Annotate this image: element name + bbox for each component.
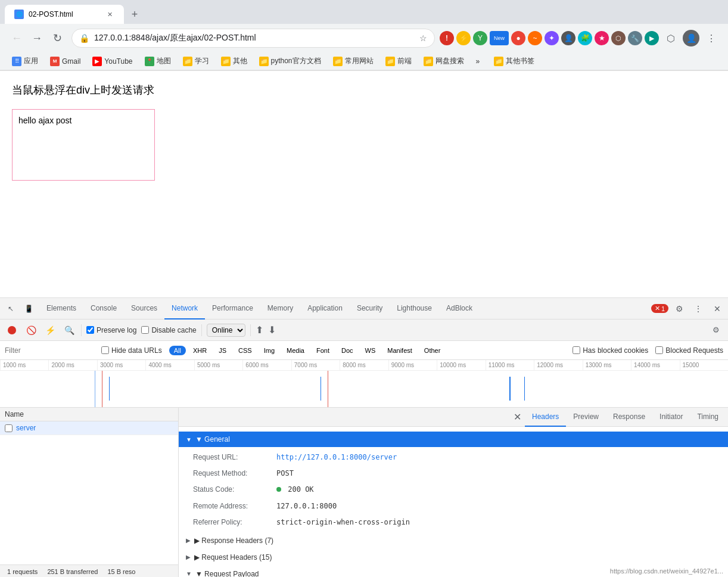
- preserve-log-label[interactable]: Preserve log: [86, 326, 136, 334]
- details-tab-preview[interactable]: Preview: [566, 408, 606, 427]
- filter-tag-ws[interactable]: WS: [360, 346, 381, 355]
- address-field[interactable]: 🔒 127.0.0.1:8848/ajax/原生ajax/02-POST.htm…: [71, 29, 435, 48]
- disable-cache-checkbox[interactable]: [141, 326, 149, 334]
- filter-button[interactable]: ⚡: [43, 323, 57, 337]
- devtools-more-button[interactable]: ⋮: [690, 300, 707, 317]
- search-button[interactable]: 🔍: [62, 323, 76, 337]
- ext-icon-10[interactable]: ⬡: [611, 31, 626, 45]
- request-method-row: Request Method: POST: [179, 466, 728, 482]
- bookmark-common[interactable]: 📁 常用网站: [328, 55, 378, 67]
- forward-button[interactable]: →: [27, 29, 46, 48]
- request-headers-header[interactable]: ▶ ▶ Request Headers (15): [179, 550, 728, 565]
- tab-security[interactable]: Security: [350, 298, 390, 319]
- filter-tag-css[interactable]: CSS: [234, 346, 257, 355]
- ext-icon-9[interactable]: ★: [595, 31, 609, 45]
- filter-tag-font[interactable]: Font: [312, 346, 334, 355]
- details-close-button[interactable]: ✕: [511, 410, 525, 424]
- network-settings-icon[interactable]: ⚙: [709, 323, 723, 337]
- back-button[interactable]: ←: [7, 29, 26, 48]
- devtools-select-tool[interactable]: ↖: [2, 300, 19, 317]
- details-tab-initiator[interactable]: Initiator: [652, 408, 690, 427]
- remote-address-row: Remote Address: 127.0.0.1:8000: [179, 498, 728, 514]
- content-box: hello ajax post: [12, 109, 155, 181]
- filter-tag-media[interactable]: Media: [282, 346, 309, 355]
- star-icon[interactable]: ☆: [419, 33, 427, 43]
- filter-tag-xhr[interactable]: XHR: [188, 346, 211, 355]
- menu-button[interactable]: ⋮: [702, 29, 721, 48]
- download-icon[interactable]: ⬇: [268, 324, 276, 336]
- details-tab-headers[interactable]: Headers: [525, 408, 566, 427]
- ext-icon-3[interactable]: Y: [473, 31, 487, 45]
- filter-input[interactable]: [5, 346, 94, 355]
- bookmark-gmail[interactable]: M Gmail: [45, 55, 85, 67]
- response-headers-header[interactable]: ▶ ▶ Response Headers (7): [179, 533, 728, 548]
- new-tab-button[interactable]: +: [126, 6, 143, 23]
- bookmark-other[interactable]: 📁 其他: [216, 55, 252, 67]
- ext-icon-8[interactable]: 🧩: [578, 31, 592, 45]
- ext-icon-6[interactable]: ✦: [545, 31, 559, 45]
- bookmarks-more-button[interactable]: »: [471, 56, 485, 67]
- ext-icon-11[interactable]: 🔧: [628, 31, 642, 45]
- preserve-log-checkbox[interactable]: [86, 326, 94, 334]
- ext-icon-2[interactable]: ⚡: [456, 31, 471, 45]
- has-blocked-cookies-label[interactable]: Has blocked cookies: [573, 346, 648, 355]
- requests-header: Name: [0, 408, 178, 421]
- bookmark-python[interactable]: 📁 python官方文档: [254, 55, 326, 67]
- details-tab-timing[interactable]: Timing: [690, 408, 726, 427]
- bookmark-frontend[interactable]: 📁 前端: [381, 55, 416, 67]
- upload-icon[interactable]: ⬆: [256, 324, 263, 336]
- reload-button[interactable]: ↻: [48, 29, 67, 48]
- status-dot-icon: [276, 487, 281, 492]
- bookmark-maps[interactable]: 📍 地图: [140, 55, 176, 67]
- tab-lighthouse[interactable]: Lighthouse: [390, 298, 439, 319]
- record-button[interactable]: [5, 323, 19, 337]
- tab-close-button[interactable]: ✕: [105, 10, 114, 19]
- tab-console[interactable]: Console: [83, 298, 124, 319]
- tab-application[interactable]: Application: [300, 298, 350, 319]
- ext-icon-7[interactable]: 👤: [561, 31, 575, 45]
- hide-data-urls-checkbox[interactable]: [101, 346, 109, 354]
- general-section-header[interactable]: ▼ ▼ General: [179, 432, 728, 447]
- active-tab[interactable]: 🌐 02-POST.html ✕: [5, 5, 124, 24]
- blocked-requests-checkbox[interactable]: [655, 346, 663, 354]
- tab-elements[interactable]: Elements: [39, 298, 83, 319]
- tab-sources[interactable]: Sources: [124, 298, 164, 319]
- content-text: hello ajax post: [18, 116, 148, 125]
- apps-icon: ⠿: [12, 57, 21, 66]
- toolbar-divider-1: [81, 324, 82, 336]
- ext-icon-12[interactable]: ▶: [645, 31, 659, 45]
- filter-tag-other[interactable]: Other: [419, 346, 446, 355]
- ext-icon-5[interactable]: ~: [528, 31, 542, 45]
- new-badge[interactable]: New: [490, 31, 509, 45]
- request-checkbox[interactable]: [5, 424, 13, 432]
- request-row-server[interactable]: server: [0, 421, 178, 435]
- bookmark-study[interactable]: 📁 学习: [178, 55, 214, 67]
- online-select[interactable]: Online: [207, 324, 245, 337]
- devtools-close-button[interactable]: ✕: [709, 300, 726, 317]
- has-blocked-checkbox[interactable]: [573, 346, 580, 354]
- filter-tag-doc[interactable]: Doc: [337, 346, 358, 355]
- bookmark-youtube[interactable]: ▶ YouTube: [88, 55, 137, 67]
- tab-memory[interactable]: Memory: [260, 298, 300, 319]
- devtools-device-tool[interactable]: 📱: [20, 300, 37, 317]
- tab-adblock[interactable]: AdBlock: [439, 298, 480, 319]
- bookmark-other-bookmarks[interactable]: 📁 其他书签: [489, 55, 539, 67]
- filter-tag-img[interactable]: Img: [259, 346, 279, 355]
- tab-network[interactable]: Network: [164, 298, 205, 319]
- clear-button[interactable]: 🚫: [24, 323, 38, 337]
- ext-icon-1[interactable]: !: [440, 31, 454, 45]
- filter-tag-manifest[interactable]: Manifest: [382, 346, 417, 355]
- tab-performance[interactable]: Performance: [205, 298, 260, 319]
- disable-cache-label[interactable]: Disable cache: [141, 326, 196, 334]
- bookmark-apps[interactable]: ⠿ 应用: [7, 55, 43, 67]
- filter-tag-js[interactable]: JS: [214, 346, 231, 355]
- blocked-requests-label[interactable]: Blocked Requests: [655, 346, 723, 355]
- devtools-settings-button[interactable]: ⚙: [671, 300, 687, 317]
- bookmark-netdisk[interactable]: 📁 网盘搜索: [419, 55, 469, 67]
- profile-button[interactable]: 👤: [683, 30, 699, 46]
- hide-data-urls-label[interactable]: Hide data URLs: [101, 346, 162, 355]
- details-tab-response[interactable]: Response: [606, 408, 652, 427]
- filter-tag-all[interactable]: All: [169, 346, 186, 355]
- extensions-button[interactable]: ⬡: [661, 29, 680, 48]
- ext-icon-4[interactable]: ●: [511, 31, 525, 45]
